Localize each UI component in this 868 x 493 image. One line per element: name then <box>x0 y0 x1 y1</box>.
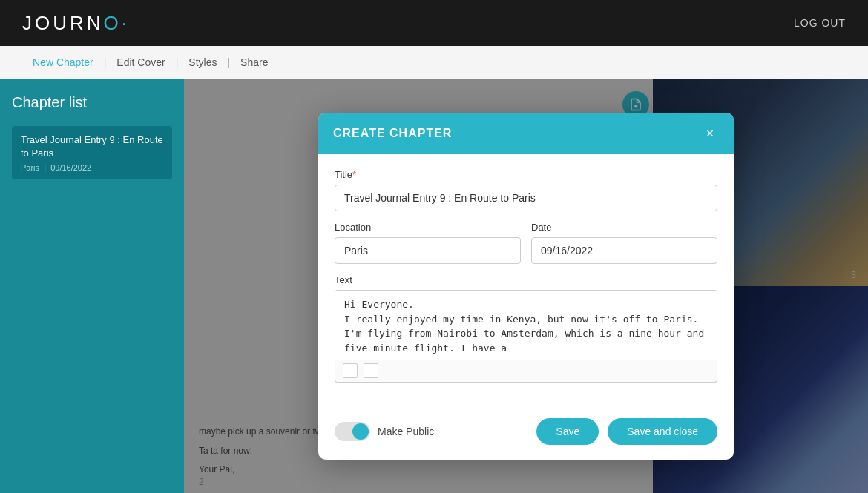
toggle-thumb <box>352 423 369 440</box>
date-input[interactable] <box>531 237 717 264</box>
save-button[interactable]: Save <box>536 418 599 445</box>
sidebar: Chapter list Travel Journal Entry 9 : En… <box>0 79 184 493</box>
location-label: Location <box>335 222 521 233</box>
make-public-toggle[interactable] <box>335 422 370 441</box>
chapter-item-title: Travel Journal Entry 9 : En Route to Par… <box>21 133 163 160</box>
make-public-label: Make Public <box>378 426 434 437</box>
toolbar-btn-2[interactable] <box>364 363 378 378</box>
textarea-toolbar <box>335 360 717 383</box>
content-area: 3 maybe pick up a souvenir or two when I… <box>184 79 868 493</box>
location-input[interactable] <box>335 237 521 264</box>
navbar: New Chapter | Edit Cover | Styles | Shar… <box>0 46 868 79</box>
nav-styles[interactable]: Styles <box>178 56 227 68</box>
make-public-toggle-wrap: Make Public <box>335 422 527 441</box>
title-label: Title* <box>335 169 717 180</box>
title-input[interactable] <box>335 185 717 211</box>
chapter-list-item[interactable]: Travel Journal Entry 9 : En Route to Par… <box>12 126 172 179</box>
nav-edit-cover[interactable]: Edit Cover <box>106 56 175 68</box>
nav-new-chapter[interactable]: New Chapter <box>22 56 104 68</box>
logo: JOURNO· <box>22 12 130 35</box>
save-and-close-button[interactable]: Save and close <box>608 418 717 445</box>
modal-overlay: CREATE CHAPTER × Title* L <box>184 79 868 493</box>
nav-share[interactable]: Share <box>230 56 278 68</box>
chapter-date: 09/16/2022 <box>50 163 91 172</box>
logout-button[interactable]: LOG OUT <box>794 17 846 29</box>
modal-footer: Make Public Save Save and close <box>318 408 734 460</box>
text-textarea[interactable] <box>335 290 717 357</box>
header: JOURNO· LOG OUT <box>0 0 868 46</box>
toolbar-btn-1[interactable] <box>343 363 358 378</box>
sidebar-title: Chapter list <box>12 94 172 111</box>
text-field-group: Text <box>335 274 717 383</box>
create-chapter-modal: CREATE CHAPTER × Title* L <box>318 113 734 460</box>
chapter-location: Paris <box>21 163 39 172</box>
modal-body: Title* Location Date <box>318 154 734 408</box>
chapter-item-meta: Paris | 09/16/2022 <box>21 163 163 172</box>
logo-accent: O· <box>104 12 130 34</box>
title-field-group: Title* <box>335 169 717 211</box>
modal-header: CREATE CHAPTER × <box>318 113 734 154</box>
text-label: Text <box>335 274 717 285</box>
location-field-group: Location <box>335 222 521 264</box>
modal-title: CREATE CHAPTER <box>333 127 452 140</box>
modal-close-button[interactable]: × <box>701 125 719 142</box>
location-date-row: Location Date <box>335 222 717 274</box>
main-layout: Chapter list Travel Journal Entry 9 : En… <box>0 79 868 493</box>
date-label: Date <box>531 222 717 233</box>
date-field-group: Date <box>531 222 717 264</box>
